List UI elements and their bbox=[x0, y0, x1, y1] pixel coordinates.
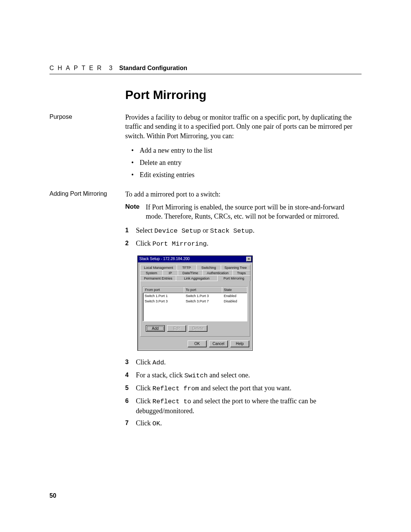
tab-link-aggregation[interactable]: Link Aggregation bbox=[176, 275, 218, 281]
note-text: If Port Mirroring is enabled, the source… bbox=[146, 203, 362, 221]
chapter-number: 3 bbox=[109, 65, 112, 72]
list-item: Edit existing entries bbox=[131, 170, 362, 179]
step-item: Click Port Mirroring. bbox=[125, 239, 362, 249]
tab-local-management[interactable]: Local Management bbox=[140, 265, 177, 270]
step-item: Select Device Setup or Stack Setup. bbox=[125, 226, 362, 236]
chapter-label: CHAPTER bbox=[49, 65, 105, 72]
step-item: Click OK. bbox=[125, 419, 362, 428]
adding-intro: To add a mirrored port to a switch: bbox=[125, 190, 362, 199]
column-from-port[interactable]: From port bbox=[143, 287, 184, 293]
column-state[interactable]: State bbox=[222, 287, 247, 293]
step-item: For a stack, click Switch and select one… bbox=[125, 371, 362, 380]
table-row[interactable]: Switch 3.Port 3 Switch 3.Port 7 Disabled bbox=[143, 299, 247, 304]
tab-date-time[interactable]: Date/Time bbox=[178, 270, 203, 276]
delete-button[interactable]: Delete bbox=[188, 325, 207, 332]
page-title: Port Mirroring bbox=[125, 88, 362, 102]
purpose-bullets: Add a new entry to the list Delete an en… bbox=[131, 146, 362, 180]
tab-spanning-tree[interactable]: Spanning Tree bbox=[221, 265, 250, 270]
tab-ip[interactable]: IP bbox=[162, 270, 178, 276]
running-header: CHAPTER 3 Standard Configuration bbox=[49, 65, 362, 74]
tab-permanent-entries[interactable]: Permanent Entries bbox=[140, 275, 176, 281]
cancel-button[interactable]: Cancel bbox=[209, 340, 228, 347]
steps-list-continued: Click Add. For a stack, click Switch and… bbox=[125, 358, 362, 428]
steps-list: Select Device Setup or Stack Setup. Clic… bbox=[125, 226, 362, 249]
step-item: Click Reflect from and select the port t… bbox=[125, 383, 362, 393]
step-item: Click Reflect to and select the port to … bbox=[125, 396, 362, 415]
dialog-figure: Stack Setup - 172.28.184.200 × Local Man… bbox=[137, 256, 362, 351]
purpose-text: Provides a facility to debug or monitor … bbox=[125, 113, 362, 141]
stack-setup-dialog: Stack Setup - 172.28.184.200 × Local Man… bbox=[137, 256, 253, 351]
dialog-titlebar: Stack Setup - 172.28.184.200 × bbox=[138, 256, 252, 262]
close-icon: × bbox=[248, 257, 250, 261]
dialog-title: Stack Setup - 172.28.184.200 bbox=[139, 256, 190, 262]
section-title: Standard Configuration bbox=[119, 65, 187, 72]
port-mirroring-list[interactable]: From port To port State Switch 1.Port 1 … bbox=[143, 286, 247, 321]
column-to-port[interactable]: To port bbox=[184, 287, 222, 293]
list-item: Delete an entry bbox=[131, 158, 362, 167]
help-button[interactable]: Help bbox=[230, 340, 249, 347]
close-button[interactable]: × bbox=[246, 257, 252, 262]
tab-panel: From port To port State Switch 1.Port 1 … bbox=[140, 281, 250, 337]
add-button[interactable]: Add bbox=[146, 325, 165, 332]
page-number: 50 bbox=[49, 492, 56, 499]
tab-traps[interactable]: Traps bbox=[233, 270, 250, 276]
edit-button[interactable]: Edit bbox=[167, 325, 186, 332]
adding-label: Adding Port Mirroring bbox=[49, 190, 125, 431]
ok-button[interactable]: OK bbox=[188, 340, 207, 347]
table-row[interactable]: Switch 1.Port 1 Switch 1.Port 3 Enabled bbox=[143, 293, 247, 299]
purpose-label: Purpose bbox=[49, 113, 125, 183]
tab-system[interactable]: System bbox=[140, 270, 163, 276]
tab-tftp[interactable]: TFTP bbox=[177, 265, 197, 270]
tab-port-mirroring[interactable]: Port Mirroring bbox=[217, 275, 250, 281]
list-item: Add a new entry to the list bbox=[131, 146, 362, 155]
note-label: Note bbox=[125, 203, 146, 221]
tab-switching[interactable]: Switching bbox=[196, 265, 221, 270]
tab-authentication[interactable]: Authentication bbox=[202, 270, 233, 276]
step-item: Click Add. bbox=[125, 358, 362, 367]
